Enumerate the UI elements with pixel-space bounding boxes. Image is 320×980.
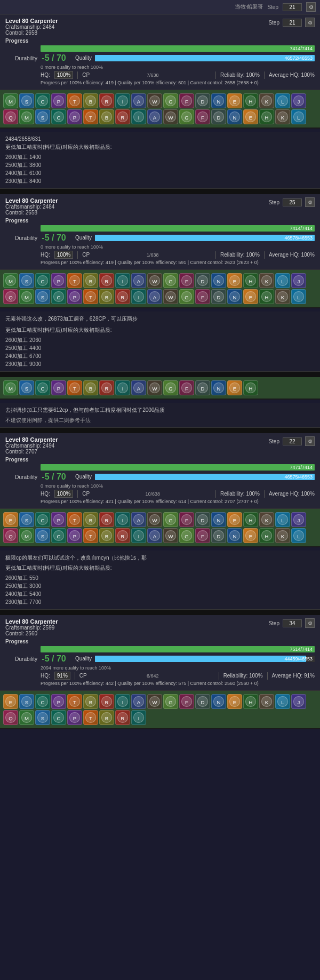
skill-icon-24[interactable]: T: [83, 710, 98, 725]
step-input-2[interactable]: [283, 198, 302, 206]
skill-icon-30[interactable]: G: [179, 528, 194, 543]
skill-icon-9[interactable]: W: [147, 273, 162, 288]
skill-icon-11[interactable]: F: [179, 273, 194, 288]
skill-icon-24[interactable]: T: [83, 289, 98, 304]
skill-icon-31[interactable]: F: [195, 109, 210, 124]
skill-icon-24[interactable]: T: [83, 528, 98, 543]
skill-icon-36[interactable]: K: [275, 289, 290, 304]
step-input-4[interactable]: [283, 619, 302, 627]
skill-icon-13[interactable]: N: [211, 694, 226, 709]
skill-icon-12[interactable]: D: [195, 93, 210, 108]
skill-icon-10[interactable]: G: [163, 512, 178, 527]
skill-icon-20[interactable]: M: [19, 710, 34, 725]
skill-icon-21[interactable]: S: [35, 528, 50, 543]
skill-icon-24[interactable]: T: [83, 109, 98, 124]
skill-icon-15[interactable]: H: [243, 93, 258, 108]
skill-icon-25[interactable]: B: [99, 109, 114, 124]
skill-icon-5[interactable]: B: [83, 380, 98, 395]
skill-icon-7[interactable]: I: [115, 93, 130, 108]
skill-icon-11[interactable]: F: [179, 380, 194, 395]
skill-icon-16[interactable]: K: [259, 512, 274, 527]
skill-icon-8[interactable]: A: [131, 380, 146, 395]
skill-icon-30[interactable]: G: [179, 289, 194, 304]
skill-icon-11[interactable]: F: [179, 694, 194, 709]
skill-icon-32[interactable]: D: [211, 109, 226, 124]
skill-icon-4[interactable]: T: [67, 93, 82, 108]
skill-icon-18[interactable]: J: [291, 694, 306, 709]
skill-icon-8[interactable]: A: [131, 512, 146, 527]
skill-icon-25[interactable]: B: [99, 289, 114, 304]
skill-icon-37[interactable]: L: [291, 528, 306, 543]
skill-icon-15[interactable]: H: [243, 380, 258, 395]
skill-icon-21[interactable]: S: [35, 109, 50, 124]
step-input-3[interactable]: [283, 437, 302, 445]
skill-icon-2[interactable]: C: [35, 273, 50, 288]
skill-icon-18[interactable]: J: [291, 93, 306, 108]
skill-icon-9[interactable]: W: [147, 694, 162, 709]
skill-icon-34[interactable]: E: [243, 528, 258, 543]
gear-button-3[interactable]: ⚙: [305, 436, 315, 446]
skill-icon-16[interactable]: K: [259, 273, 274, 288]
skill-icon-13[interactable]: N: [211, 380, 226, 395]
skill-icon-27[interactable]: I: [131, 289, 146, 304]
skill-icon-3[interactable]: P: [51, 694, 66, 709]
skill-icon-33[interactable]: N: [227, 289, 242, 304]
skill-icon-32[interactable]: D: [211, 289, 226, 304]
skill-icon-35[interactable]: H: [259, 528, 274, 543]
skill-icon-5[interactable]: B: [83, 512, 98, 527]
skill-icon-3[interactable]: P: [51, 512, 66, 527]
skill-icon-10[interactable]: G: [163, 380, 178, 395]
skill-icon-20[interactable]: M: [19, 528, 34, 543]
skill-icon-12[interactable]: D: [195, 512, 210, 527]
skill-icon-22[interactable]: C: [51, 109, 66, 124]
skill-icon-2[interactable]: C: [35, 694, 50, 709]
skill-icon-37[interactable]: L: [291, 289, 306, 304]
skill-icon-5[interactable]: B: [83, 93, 98, 108]
skill-icon-19[interactable]: Q: [3, 528, 18, 543]
gear-button-1[interactable]: ⚙: [305, 18, 315, 27]
skill-icon-22[interactable]: C: [51, 528, 66, 543]
skill-icon-6[interactable]: R: [99, 694, 114, 709]
skill-icon-4[interactable]: T: [67, 512, 82, 527]
skill-icon-10[interactable]: G: [163, 93, 178, 108]
skill-icon-12[interactable]: D: [195, 273, 210, 288]
skill-icon-8[interactable]: A: [131, 93, 146, 108]
skill-icon-27[interactable]: I: [131, 710, 146, 725]
skill-icon-0[interactable]: M: [3, 93, 18, 108]
skill-icon-7[interactable]: I: [115, 380, 130, 395]
skill-icon-7[interactable]: I: [115, 273, 130, 288]
skill-icon-6[interactable]: R: [99, 273, 114, 288]
skill-icon-25[interactable]: B: [99, 710, 114, 725]
skill-icon-3[interactable]: P: [51, 380, 66, 395]
skill-icon-17[interactable]: L: [275, 694, 290, 709]
skill-icon-5[interactable]: B: [83, 694, 98, 709]
step-input-top[interactable]: [283, 3, 302, 11]
skill-icon-19[interactable]: Q: [3, 710, 18, 725]
gear-button-4[interactable]: ⚙: [305, 618, 315, 628]
skill-icon-3[interactable]: P: [51, 273, 66, 288]
skill-icon-6[interactable]: R: [99, 93, 114, 108]
skill-icon-4[interactable]: T: [67, 273, 82, 288]
skill-icon-26[interactable]: R: [115, 528, 130, 543]
skill-icon-22[interactable]: C: [51, 710, 66, 725]
skill-icon-5[interactable]: B: [83, 273, 98, 288]
skill-icon-36[interactable]: K: [275, 528, 290, 543]
skill-icon-0[interactable]: E: [3, 512, 18, 527]
skill-icon-20[interactable]: M: [19, 289, 34, 304]
skill-icon-16[interactable]: K: [259, 694, 274, 709]
skill-icon-31[interactable]: F: [195, 528, 210, 543]
skill-icon-27[interactable]: I: [131, 528, 146, 543]
skill-icon-13[interactable]: N: [211, 273, 226, 288]
skill-icon-7[interactable]: I: [115, 694, 130, 709]
skill-icon-35[interactable]: H: [259, 289, 274, 304]
skill-icon-10[interactable]: G: [163, 694, 178, 709]
skill-icon-14[interactable]: E: [227, 512, 242, 527]
skill-icon-0[interactable]: M: [3, 380, 18, 395]
skill-icon-1[interactable]: S: [19, 93, 34, 108]
skill-icon-27[interactable]: I: [131, 109, 146, 124]
skill-icon-13[interactable]: N: [211, 512, 226, 527]
skill-icon-16[interactable]: K: [259, 93, 274, 108]
skill-icon-14[interactable]: E: [227, 273, 242, 288]
skill-icon-9[interactable]: W: [147, 380, 162, 395]
skill-icon-34[interactable]: E: [243, 289, 258, 304]
